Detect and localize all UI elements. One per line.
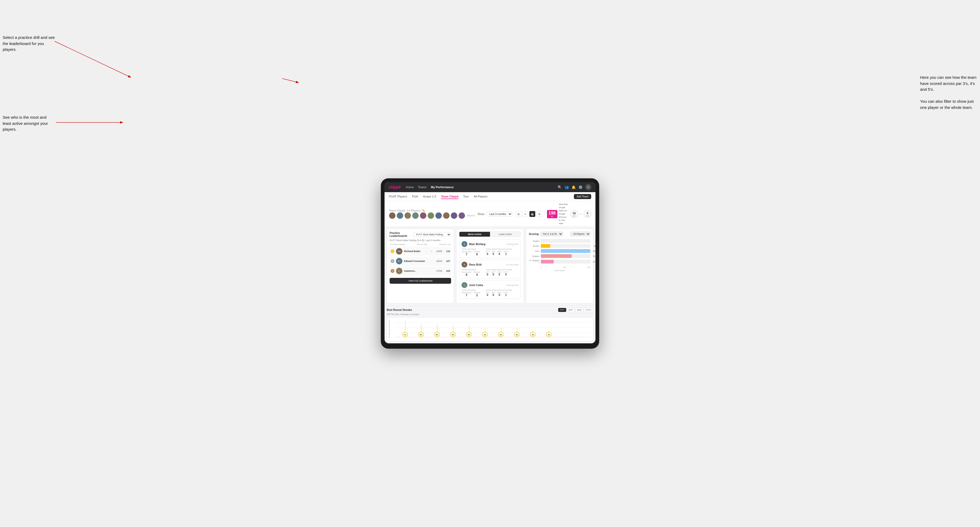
subnav-hcaps[interactable]: Hcaps 1-5 [423, 194, 436, 199]
yds-circle-1: 16 yds [570, 210, 578, 218]
streak-btn-arg[interactable]: ARG [575, 308, 584, 312]
scoring-title: Scoring [529, 233, 539, 236]
nav-links: Home Teams My Performance [406, 185, 552, 189]
subnav-pgat[interactable]: PGAT Players [389, 194, 407, 199]
filter-icon[interactable]: ⇅ [536, 211, 542, 217]
streak-pin-6: 4x [482, 328, 488, 337]
logo: clippd [389, 185, 401, 189]
activity-name-rees: Rees Britt [469, 263, 504, 266]
bar-chart: Eagles 3 Birdies 96 [529, 238, 590, 266]
user-avatar[interactable]: U [585, 184, 591, 190]
lb-avatar-3: C [396, 268, 402, 274]
lb-avg-1: 110 [444, 250, 450, 252]
nav-link-performance[interactable]: My Performance [431, 185, 454, 189]
team-name-row: Team Clippd 14 Players ✏️ [389, 209, 475, 212]
tablet-screen: clippd Home Teams My Performance 🔍 👥 🔔 ⚙… [385, 182, 595, 343]
bar-value-bogeys: 311 [593, 255, 595, 257]
streaks-header: Best Round Streaks OTT APP ARG PUTT [387, 308, 593, 312]
nav-link-home[interactable]: Home [406, 185, 414, 189]
bell-icon[interactable]: 🔔 [571, 185, 576, 189]
streak-pin-8: 4x [514, 328, 520, 337]
yds-circles: 16 yds — 0 yds [570, 210, 591, 218]
team-player-count: 14 Players [407, 209, 420, 212]
streaks-chart: % Fairway Accuracy 7x 6x 6x [387, 317, 593, 341]
nav-link-teams[interactable]: Teams [418, 185, 426, 189]
subnav-pga[interactable]: PGA [412, 194, 418, 199]
streak-badge-9: 3x [530, 332, 536, 337]
scoring-header: Scoring Par 3, 4 & 5s All Players [529, 232, 590, 237]
avatar-8 [443, 212, 450, 219]
streaks-subtitle: Off The Tee, Fairway Accuracy [387, 313, 593, 316]
view-full-leaderboard-button[interactable]: View Full Leaderboard [390, 278, 451, 284]
streak-badge-8: 4x [514, 332, 520, 337]
lb-rank-2: 2 [391, 259, 395, 263]
grid-line-1 [395, 333, 591, 333]
bar-track-eagles: 3 [541, 239, 590, 243]
search-icon[interactable]: 🔍 [558, 185, 562, 189]
bar-value-dbogeys: 131 [593, 260, 595, 263]
bar-track-birdies: 96 [541, 244, 590, 248]
rounds-label-blair: Total Rounds [461, 248, 480, 250]
chart-baseline [395, 337, 591, 337]
nav-icons: 🔍 👥 🔔 ⚙️ U [558, 184, 591, 190]
start-lie: Start Lie: Rough [559, 209, 569, 216]
leaderboard-title: Practice Leaderboards [390, 232, 413, 237]
edit-icon[interactable]: ✏️ [422, 209, 425, 212]
practice-value-blair: 6 [476, 252, 478, 256]
show-select[interactable]: Last 3 months Last 6 months Last year [487, 211, 512, 217]
streaks-filter-btns: OTT APP ARG PUTT [558, 308, 593, 312]
streak-badge-6: 4x [482, 332, 488, 337]
bar-row-bogeys: Bogeys 311 [529, 254, 590, 258]
tab-least-active[interactable]: Least Active [490, 232, 520, 237]
subnav-tour[interactable]: Tour [463, 194, 469, 199]
card-view-icon[interactable]: ▦ [530, 211, 535, 217]
avatar-10 [458, 212, 465, 219]
subnav-team-clippd[interactable]: Team Clippd [441, 194, 458, 199]
scoring-par-filter[interactable]: Par 3, 4 & 5s [540, 232, 563, 237]
team-header-container: Team Clippd 14 Players ✏️ [385, 201, 595, 227]
activity-avatar-blair: B [461, 241, 467, 247]
grid-view-icon[interactable]: ⊞ [515, 211, 522, 217]
streak-btn-app[interactable]: APP [567, 308, 575, 312]
lb-rank-3: 3 [391, 269, 395, 273]
bar-row-dbogeys: D. Bogeys + 131 [529, 259, 590, 264]
streak-btn-ott[interactable]: OTT [558, 308, 566, 312]
subnav-all-players[interactable]: All Players [474, 194, 488, 199]
activity-date-josh: 26 Aug 2023 [506, 284, 519, 286]
activity-tabs: Most Active Least Active [459, 232, 520, 237]
streak-pin-4: 5x [450, 326, 456, 337]
tournament-col-blair: Tournament 7 [461, 251, 471, 256]
lb-avg-3: 103 [444, 270, 450, 272]
practice-act-label-blair: Total Practice Activities [486, 248, 512, 250]
show-section: Show: Last 3 months Last 6 months Last y… [477, 211, 542, 217]
grid-line-2 [395, 327, 591, 328]
lb-score-3: 17/20 [434, 270, 442, 272]
annotation-top-left: Select a practice drill and see the lead… [3, 35, 56, 53]
drill-select[interactable]: PUTT Must Make Putting... [413, 232, 451, 237]
streak-pin-1: 7x [402, 321, 408, 337]
streak-badge-1: 7x [402, 332, 408, 337]
lb-row-3: 3 C Cameron... 17/20 103 [390, 267, 451, 275]
player-avatars: Players [389, 212, 475, 219]
streak-pin-5: 5x [466, 326, 472, 337]
settings-icon[interactable]: ⚙️ [578, 185, 583, 189]
activity-name-blair: Blair McHarg [469, 243, 504, 246]
view-icons: ⊞ ≡ ▦ ⇅ [515, 211, 542, 217]
lb-col-score: PB SCORE [417, 243, 428, 246]
add-team-button[interactable]: Add Team [574, 194, 591, 199]
avatar-5 [420, 212, 426, 219]
show-label: Show: [477, 213, 485, 216]
tab-most-active[interactable]: Most Active [460, 232, 490, 237]
scoring-player-filter[interactable]: All Players [570, 232, 590, 237]
hole-unit: SC [551, 216, 554, 217]
y-axis-label: % Fairway Accuracy [388, 320, 390, 339]
streak-btn-putt[interactable]: PUTT [584, 308, 593, 312]
activity-stats-blair: Total Rounds Tournament 7 Practice 6 [461, 248, 518, 256]
x-axis-400: 400 [587, 267, 590, 268]
bar-value-eagles: 3 [595, 240, 595, 242]
people-icon[interactable]: 👥 [565, 185, 569, 189]
lb-col-player: PLAYER NAME [390, 243, 405, 246]
activity-date-rees: 02 Sep 2023 [506, 264, 518, 266]
list-view-icon[interactable]: ≡ [522, 211, 528, 217]
activity-avatar-rees: R [461, 262, 467, 268]
